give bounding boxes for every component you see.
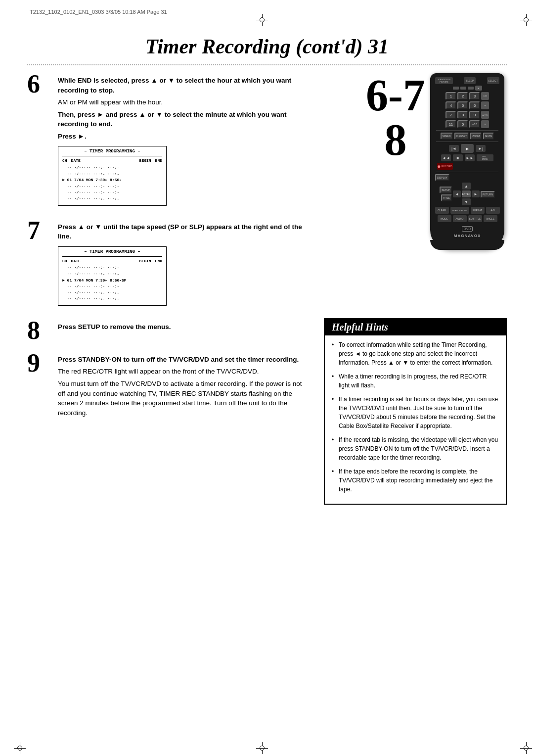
step-6-number: 6 [27,71,52,97]
next-track-button[interactable]: ►| [476,145,486,152]
step-6: 6 While END is selected, press ▲ or ▼ to… [27,73,304,206]
rewind-button[interactable]: ◄◄ [441,154,451,161]
select-button[interactable]: SELECT [487,77,499,84]
step-9-content: Press STANDBY-ON to turn off the TV/VCR/… [58,352,304,418]
left-button[interactable]: ◄ [453,190,461,197]
title-button[interactable]: TITLE [441,194,452,201]
d-pad: ▲ ◄ ENTER ► ▼ [453,183,480,205]
timer-box-1-header: CHDATEBEGINEND [62,158,162,164]
mute-button[interactable]: MUTE [483,133,494,140]
return-button[interactable]: RETURN [481,191,495,198]
ch-side: CH [481,92,489,100]
display-button[interactable]: DISPLAY [435,174,449,181]
step-7: 7 Press ▲ or ▼ until the tape speed (SP … [27,220,304,306]
right-button[interactable]: ► [472,190,480,197]
disc-menu-button[interactable]: DISCMENU [477,154,493,161]
timer-box-2: – TIMER PROGRAMMING – CHDATEBEGINEND ·· … [58,246,167,306]
step-9-bold1: Press STANDBY-ON to turn off the TV/VCR/… [58,356,299,363]
num-2-button[interactable]: 2 [457,92,468,100]
num-9-button[interactable]: 9 [469,111,480,119]
num-7-button[interactable]: 7 [445,111,456,119]
nav-area: SETUP TITLE ▲ ◄ ENTER ► ▼ [433,183,501,205]
timer-box-2-title: – TIMER PROGRAMMING – [62,249,162,257]
step-6-bold3: Press ►. [58,133,87,140]
timer-row-active-2: ► 61 7/04 MON 7:30▸ 8:50▸SP [62,278,162,284]
subtitle-button[interactable]: SUBTITLE [468,215,482,222]
down-button[interactable]: ▼ [462,198,471,205]
search-mode-button[interactable]: SEARCH MODE [450,207,469,214]
step-7-bold: Press ▲ or ▼ until the tape speed (SP or… [58,223,302,240]
timer-row: ·· ·/····· ···:- ···:- [62,165,162,171]
indicator-row: ▲ [433,86,501,91]
helpful-hints-body: To correct information while setting the… [325,335,506,504]
num-0-button[interactable]: 0 [457,120,468,128]
hint-4: If the record tab is missing, the videot… [332,435,499,462]
transport-top: |◄ ► ►| [433,144,501,153]
prev-track-button[interactable]: |◄ [449,145,459,152]
left-column: 6 While END is selected, press ▲ or ▼ to… [27,73,304,431]
magnavox-logo: MAGNAVOX [433,234,501,238]
hint-2: While a timer recording is in progress, … [332,372,499,390]
audio-button[interactable]: AUDIO [453,215,467,222]
remote-divider-1 [436,130,498,131]
timer-row: ·· ·/····· ···:- ···:- [62,296,162,302]
step-8: 8 Press SETUP to remove the menus. [27,320,304,343]
remote-divider-3 [436,172,498,172]
vol-down-side: ▼ [481,120,489,128]
timer-row: ·· ·/····· ···:- ···:- [62,284,162,289]
remote-bottom [430,240,504,250]
hint-5: If the tape ends before the recording is… [332,467,499,494]
dvd-logo: DVD [433,224,501,232]
num-8-button[interactable]: 8 [457,111,468,119]
clear-button[interactable]: CLEAR [435,207,449,214]
num-6-button[interactable]: 6 [469,101,480,109]
page-meta: T2132_1102_0102_EN1_0303 3/3/05 10:18 AM… [30,9,167,15]
fast-forward-button[interactable]: ►► [465,154,475,161]
ch-up-button[interactable]: ▲ [475,86,482,91]
up-button[interactable]: ▲ [462,183,471,189]
num-1-button[interactable]: 1 [445,92,456,100]
step-9-text2: You must turn off the TV/VCR/DVD to acti… [58,379,304,418]
step-7-number: 7 [27,218,52,243]
angle-button[interactable]: ANGLE [484,215,497,222]
enter-button[interactable]: ENTER [462,190,471,197]
c-reset-button[interactable]: C.RESET [454,133,469,140]
step-6-bold: While END is selected, press ▲ or ▼ to s… [58,77,291,94]
zoom-button[interactable]: ZOOM [470,133,482,140]
section-divider [27,64,507,65]
num-5-button[interactable]: 5 [457,101,468,109]
standby-on-button[interactable]: STANDBY-ONPICTURE [435,77,453,84]
ch-down-side: ▼ [481,101,489,109]
sleep-button[interactable]: SLEEP [464,77,476,84]
timer-row: ·· ·/····· ···:- ···:- [62,184,162,189]
a-b-button[interactable]: A-B [486,207,500,214]
setup-title-col: SETUP TITLE [440,187,452,201]
step-numbers-display: 6-7 8 [366,73,425,162]
repeat-button[interactable]: REPEAT [471,207,485,214]
speed-button[interactable]: SPEED [441,133,453,140]
indicator-1 [453,87,459,90]
helpful-hints-title: Helpful Hints [325,319,506,335]
step-8-number: 8 [27,318,52,343]
record-button[interactable]: ⬤ RECORD [437,163,453,170]
setup-button[interactable]: SETUP [440,187,452,193]
stop-button[interactable]: ■ [453,154,463,161]
num-11-button[interactable]: 11 [445,120,456,128]
step-9-number: 9 [27,350,52,376]
timer-row: ·· ·/····· ···:- ···:- [62,196,162,202]
mode-button[interactable]: MODE [438,215,451,222]
step-67-display: 6-7 [366,73,425,118]
step-9-text1: The red REC/OTR light will appear on the… [58,367,304,377]
num-4-button[interactable]: 4 [445,101,456,109]
remote-divider-2 [436,142,498,142]
timer-box-1-title: – TIMER PROGRAMMING – [62,148,162,156]
indicator-2 [460,87,466,90]
timer-box-2-header: CHDATEBEGINEND [62,258,162,264]
play-button[interactable]: ► [461,144,474,153]
step-7-content: Press ▲ or ▼ until the tape speed (SP or… [58,220,304,306]
timer-row: ·· ·/····· ···:- ···:- [62,265,162,271]
numpad-row3: 7 8 9 ▲VOL [433,111,501,119]
num-3-button[interactable]: 3 [469,92,480,100]
step-6-content: While END is selected, press ▲ or ▼ to s… [58,73,304,206]
num-plus10-button[interactable]: +10 [469,120,480,128]
